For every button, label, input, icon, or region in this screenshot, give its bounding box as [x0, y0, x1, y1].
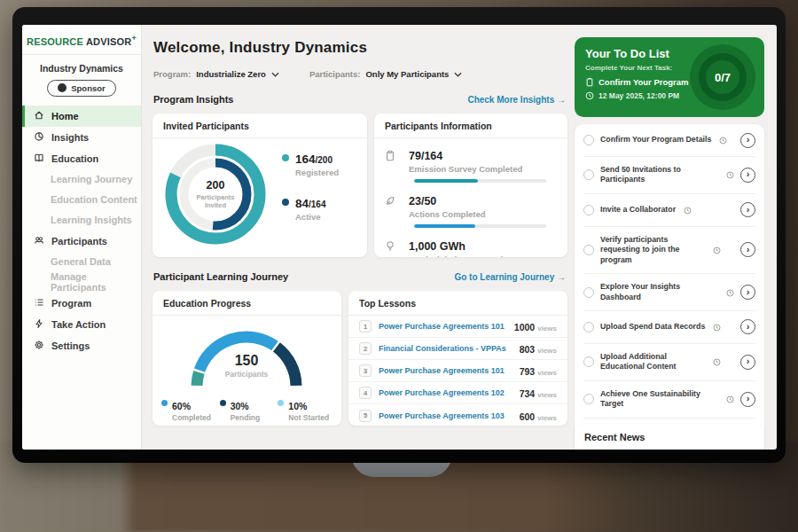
legend-item-not-started: 10%Not Started: [278, 397, 336, 422]
global-consumption-label: Total Global Consumption: [409, 254, 513, 257]
task-checkbox[interactable]: [583, 135, 594, 145]
pending-pct: 30%: [231, 401, 249, 411]
completed-label: Completed: [172, 413, 211, 422]
task-open-chevron-button[interactable]: ›: [740, 168, 755, 183]
lesson-views: 1000: [514, 322, 535, 332]
lesson-title-link[interactable]: Power Purchase Agreements 103: [379, 411, 512, 420]
sidebar-item-education-content[interactable]: Education Content: [22, 190, 141, 210]
lesson-row: 4 Power Purchase Agreements 102 734views: [348, 382, 567, 404]
insights-icon: [34, 131, 44, 144]
actions-completed-progressbar: [414, 224, 546, 228]
not-started-dot-icon: [278, 400, 284, 406]
bulb-icon: [385, 238, 401, 257]
sidebar-item-label: Take Action: [51, 319, 106, 330]
not-started-label: Not Started: [288, 413, 329, 422]
task-open-chevron-button[interactable]: ›: [740, 392, 755, 407]
task-open-chevron-button[interactable]: ›: [740, 355, 755, 370]
task-open-chevron-button[interactable]: ›: [740, 202, 755, 217]
task-checkbox[interactable]: [583, 169, 594, 180]
global-consumption-value: 1,000 GWh: [409, 240, 466, 253]
participants-filter-dropdown[interactable]: Participants: Only My Participants: [309, 69, 463, 79]
todo-panel: Your To Do List Complete Your Next Task:…: [575, 25, 764, 450]
task-checkbox[interactable]: [583, 394, 594, 404]
completed-dot-icon: [161, 400, 168, 406]
task-row: Send 50 Invitations to Participants ›: [583, 157, 755, 194]
brand-primary: RESOURCE: [27, 36, 83, 47]
task-row: Explore Your Insights Dashboard ›: [583, 274, 755, 311]
arrow-right-icon: →: [557, 272, 566, 282]
task-checkbox[interactable]: [583, 245, 594, 255]
task-label: Explore Your Insights Dashboard: [600, 282, 718, 302]
recent-news-card: Recent News: [575, 424, 764, 450]
task-row: Invite a Collaborator ›: [583, 194, 755, 227]
legend-item-active: 84/164Active: [282, 195, 339, 222]
sidebar-item-program[interactable]: Program: [22, 293, 141, 314]
top-lessons-card-title: Top Lessons: [348, 291, 567, 316]
task-open-chevron-button[interactable]: ›: [740, 319, 755, 334]
legend-item-pending: 30%Pending: [220, 397, 278, 422]
task-row: Achieve One Sustainability Target ›: [583, 381, 755, 419]
education-icon: [34, 153, 44, 165]
task-checkbox[interactable]: [583, 322, 594, 332]
invited-total-value: 200: [207, 179, 225, 192]
org-name: Industry Dynamics: [22, 63, 141, 74]
task-open-chevron-button[interactable]: ›: [740, 242, 755, 257]
sponsor-badge: Sponsor: [47, 80, 116, 97]
go-to-learning-journey-link[interactable]: Go to Learning Journey →: [454, 272, 566, 282]
sidebar-item-label: General Data: [51, 256, 111, 267]
recent-news-title: Recent News: [584, 432, 755, 442]
lesson-row: 2 Financial Considerations - VPPAs 803vi…: [348, 338, 567, 360]
clipboard-icon: [385, 147, 401, 174]
lesson-title-link[interactable]: Power Purchase Agreements 101: [379, 322, 507, 331]
sidebar-item-take-action[interactable]: Take Action: [22, 314, 141, 335]
sidebar-item-label: Manage Participants: [51, 271, 141, 293]
brand-logo[interactable]: RESOURCE ADVISOR+: [22, 25, 141, 55]
clock-icon: [726, 391, 734, 407]
task-open-chevron-button[interactable]: ›: [740, 133, 755, 148]
sidebar-item-participants[interactable]: Participants: [22, 231, 141, 252]
participants-information-card-title: Participants Information: [374, 113, 567, 138]
sponsor-badge-label: Sponsor: [71, 83, 106, 93]
sidebar-item-learning-insights[interactable]: Learning Insights: [22, 210, 141, 231]
sidebar-item-settings[interactable]: Settings: [22, 335, 141, 356]
check-more-insights-link[interactable]: Check More Insights →: [467, 95, 566, 105]
take-action-icon: [34, 318, 44, 331]
sidebar-item-label: Education Content: [51, 194, 137, 205]
sidebar-item-general-data[interactable]: General Data: [22, 252, 141, 272]
program-filter-dropdown[interactable]: Program: Industrialize Zero: [153, 69, 279, 79]
task-row: Confirm Your Program Details ›: [583, 124, 755, 157]
lesson-views: 600: [520, 411, 536, 422]
sidebar-item-insights[interactable]: Insights: [22, 127, 141, 148]
home-icon: [34, 110, 44, 122]
participants-information-card: Participants Information 79/164Emission …: [374, 113, 567, 257]
lesson-title-link[interactable]: Power Purchase Agreements 102: [379, 388, 512, 397]
lesson-rank: 3: [359, 364, 372, 377]
sidebar-nav: Home Insights Education Learning Journey…: [22, 106, 141, 356]
sidebar-item-label: Home: [51, 111, 79, 121]
task-checkbox[interactable]: [583, 287, 594, 298]
dashboard-screen: RESOURCE ADVISOR+ Industry Dynamics Spon…: [22, 25, 777, 450]
registered-value: 164: [295, 153, 316, 166]
lesson-title-link[interactable]: Financial Considerations - VPPAs: [379, 344, 512, 353]
task-label: Achieve One Sustainability Target: [600, 389, 718, 410]
program-filter-value: Industrialize Zero: [196, 69, 266, 79]
task-open-chevron-button[interactable]: ›: [740, 285, 755, 300]
sidebar-item-learning-journey[interactable]: Learning Journey: [22, 169, 141, 190]
sidebar-item-label: Program: [51, 298, 91, 309]
todo-due-label: 12 May 2025, 12:00 PM: [598, 91, 679, 100]
lesson-views-suffix: views: [537, 369, 557, 377]
todo-progress-count: 0/7: [715, 71, 731, 84]
task-checkbox[interactable]: [583, 356, 594, 367]
emission-survey-progressbar: [414, 179, 546, 183]
task-checkbox[interactable]: [583, 205, 594, 215]
education-progress-gauge-chart: 150 Participants: [176, 317, 317, 394]
sidebar-item-education[interactable]: Education: [22, 148, 141, 169]
stat-global-consumption: 1,000 GWhTotal Global Consumption: [385, 238, 557, 257]
sidebar-item-home[interactable]: Home: [22, 106, 141, 127]
sidebar-item-manage-participants[interactable]: Manage Participants: [22, 272, 141, 293]
lesson-title-link[interactable]: Power Purchase Agreements 101: [379, 366, 512, 375]
lesson-rank: 1: [359, 320, 372, 332]
invited-total-label: Participants Invited: [190, 193, 241, 210]
lesson-row: 3 Power Purchase Agreements 101 793views: [348, 360, 567, 382]
legend-item-registered: 164/200Registered: [282, 151, 339, 177]
